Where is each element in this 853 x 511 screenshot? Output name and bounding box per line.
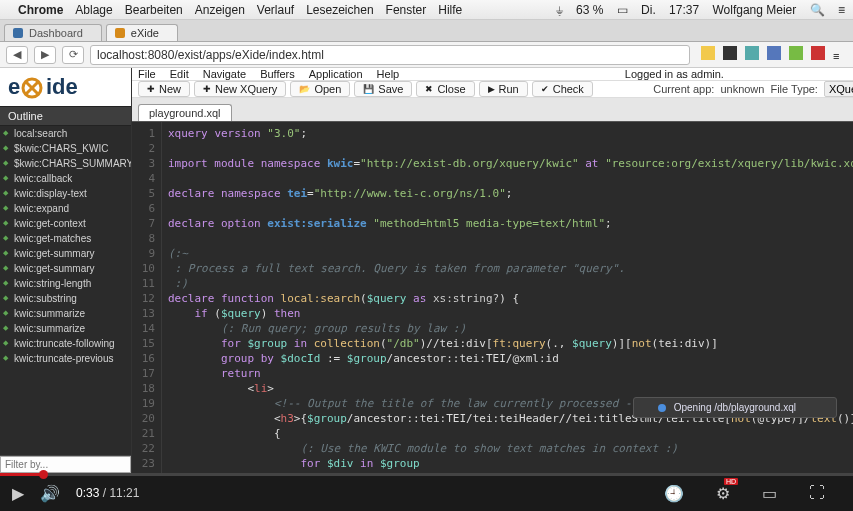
- favicon-icon: [115, 28, 125, 38]
- check-icon: ✔: [541, 84, 549, 94]
- code-editor[interactable]: 1234567891011121314151617181920212223242…: [132, 122, 853, 473]
- app-menu-help[interactable]: Help: [377, 68, 400, 80]
- browser-tab-label: eXide: [131, 27, 159, 39]
- sidebar: e ide Outline local:search$kwic:CHARS_KW…: [0, 68, 132, 473]
- app-menu-buffers[interactable]: Buffers: [260, 68, 295, 80]
- video-total-time: 11:21: [109, 486, 139, 500]
- fullscreen-icon[interactable]: ⛶: [809, 484, 825, 502]
- plus-icon: ✚: [147, 84, 155, 94]
- outline-list[interactable]: local:search$kwic:CHARS_KWIC$kwic:CHARS_…: [0, 126, 131, 455]
- extension-icon[interactable]: [789, 46, 803, 60]
- toast-text: Opening /db/playground.xql: [674, 402, 796, 413]
- reload-button[interactable]: ⟳: [62, 46, 84, 64]
- extension-icon[interactable]: [767, 46, 781, 60]
- play-button[interactable]: ▶: [12, 484, 24, 503]
- mac-menu-bookmarks[interactable]: Lesezeichen: [306, 3, 373, 17]
- plus-icon: ✚: [203, 84, 211, 94]
- mac-menu-window[interactable]: Fenster: [386, 3, 427, 17]
- outline-item[interactable]: $kwic:CHARS_SUMMARY: [0, 156, 131, 171]
- file-type-select[interactable]: XQuery: [824, 81, 853, 97]
- close-button[interactable]: ✖Close: [416, 81, 474, 97]
- outline-item[interactable]: kwic:get-context: [0, 216, 131, 231]
- mac-status-area: ⏚ 63 % ▭ Di. 17:37 Wolfgang Meier 🔍 ≡: [546, 3, 845, 17]
- volume-icon[interactable]: 🔊: [40, 484, 60, 503]
- login-status[interactable]: Logged in as admin.: [625, 68, 724, 80]
- outline-item[interactable]: kwic:summarize: [0, 306, 131, 321]
- browser-tab-strip: Dashboard eXide: [0, 20, 853, 42]
- outline-item[interactable]: kwic:display-text: [0, 186, 131, 201]
- mac-menu-help[interactable]: Hilfe: [438, 3, 462, 17]
- notifications-icon[interactable]: ≡: [838, 3, 845, 17]
- app-toolbar: ✚New ✚New XQuery 📂Open 💾Save ✖Close ▶Run…: [132, 81, 853, 98]
- back-button[interactable]: ◀: [6, 46, 28, 64]
- watch-later-icon[interactable]: 🕘: [664, 484, 684, 503]
- extension-icon[interactable]: [745, 46, 759, 60]
- outline-item[interactable]: $kwic:CHARS_KWIC: [0, 141, 131, 156]
- theater-mode-icon[interactable]: ▭: [762, 484, 777, 503]
- outline-header: Outline: [0, 106, 131, 126]
- forward-button[interactable]: ▶: [34, 46, 56, 64]
- btn-label: Save: [378, 83, 403, 95]
- run-button[interactable]: ▶Run: [479, 81, 528, 97]
- browser-tab-dashboard[interactable]: Dashboard: [4, 24, 102, 41]
- browser-tab-label: Dashboard: [29, 27, 83, 39]
- mac-menu-history[interactable]: Verlauf: [257, 3, 294, 17]
- new-xquery-button[interactable]: ✚New XQuery: [194, 81, 286, 97]
- wifi-icon[interactable]: ⏚: [556, 3, 563, 17]
- editor-tab[interactable]: playground.xql: [138, 104, 232, 121]
- outline-filter: [0, 455, 131, 473]
- outline-filter-input[interactable]: [0, 456, 131, 473]
- save-icon: 💾: [363, 84, 374, 94]
- battery-icon[interactable]: ▭: [617, 3, 628, 17]
- extension-icons: ≡: [696, 46, 847, 64]
- save-button[interactable]: 💾Save: [354, 81, 412, 97]
- mac-menu-view[interactable]: Anzeigen: [195, 3, 245, 17]
- app-menu-application[interactable]: Application: [309, 68, 363, 80]
- outline-item[interactable]: kwic:truncate-following: [0, 336, 131, 351]
- app-menu-bar: File Edit Navigate Buffers Application H…: [132, 68, 853, 81]
- svg-text:ide: ide: [46, 74, 78, 99]
- app-menu-file[interactable]: File: [138, 68, 156, 80]
- outline-item[interactable]: kwic:get-matches: [0, 231, 131, 246]
- outline-item[interactable]: kwic:expand: [0, 201, 131, 216]
- extension-icon[interactable]: [723, 46, 737, 60]
- outline-item[interactable]: kwic:get-summary: [0, 246, 131, 261]
- check-button[interactable]: ✔Check: [532, 81, 593, 97]
- outline-item[interactable]: kwic:callback: [0, 171, 131, 186]
- current-app-label: Current app:: [653, 83, 714, 95]
- mac-menu-edit[interactable]: Bearbeiten: [125, 3, 183, 17]
- clock-time: 17:37: [669, 3, 699, 17]
- exide-app: e ide Outline local:search$kwic:CHARS_KW…: [0, 68, 853, 473]
- video-current-time: 0:33: [76, 486, 99, 500]
- user-name[interactable]: Wolfgang Meier: [712, 3, 796, 17]
- line-gutter: 1234567891011121314151617181920212223242…: [132, 122, 162, 473]
- spotlight-icon[interactable]: 🔍: [810, 3, 825, 17]
- outline-item[interactable]: kwic:string-length: [0, 276, 131, 291]
- settings-icon[interactable]: ⚙HD: [716, 484, 730, 503]
- outline-item[interactable]: kwic:truncate-previous: [0, 351, 131, 366]
- new-button[interactable]: ✚New: [138, 81, 190, 97]
- app-menu-edit[interactable]: Edit: [170, 68, 189, 80]
- exide-logo: e ide: [0, 68, 131, 106]
- mac-menu-file[interactable]: Ablage: [75, 3, 112, 17]
- outline-item[interactable]: kwic:summarize: [0, 321, 131, 336]
- browser-tab-exide[interactable]: eXide: [106, 24, 178, 41]
- outline-item[interactable]: kwic:get-summary: [0, 261, 131, 276]
- video-time: 0:33 / 11:21: [76, 486, 139, 500]
- play-icon: ▶: [488, 84, 495, 94]
- favicon-icon: [13, 28, 23, 38]
- outline-item[interactable]: local:search: [0, 126, 131, 141]
- close-icon: ✖: [425, 84, 433, 94]
- url-input[interactable]: [90, 45, 690, 65]
- mac-menu-bar: Chrome Ablage Bearbeiten Anzeigen Verlau…: [0, 0, 853, 20]
- chrome-menu-icon[interactable]: ≡: [833, 50, 847, 64]
- extension-icon[interactable]: [701, 46, 715, 60]
- video-controls: ▶ 🔊 0:33 / 11:21 🕘 ⚙HD ▭ ⛶: [0, 473, 853, 511]
- outline-item[interactable]: kwic:substring: [0, 291, 131, 306]
- app-menu-navigate[interactable]: Navigate: [203, 68, 246, 80]
- open-button[interactable]: 📂Open: [290, 81, 350, 97]
- extension-icon[interactable]: [811, 46, 825, 60]
- mac-app-name[interactable]: Chrome: [18, 3, 63, 17]
- code-content[interactable]: xquery version "3.0"; import module name…: [162, 122, 853, 473]
- video-progress-bar[interactable]: [0, 473, 853, 476]
